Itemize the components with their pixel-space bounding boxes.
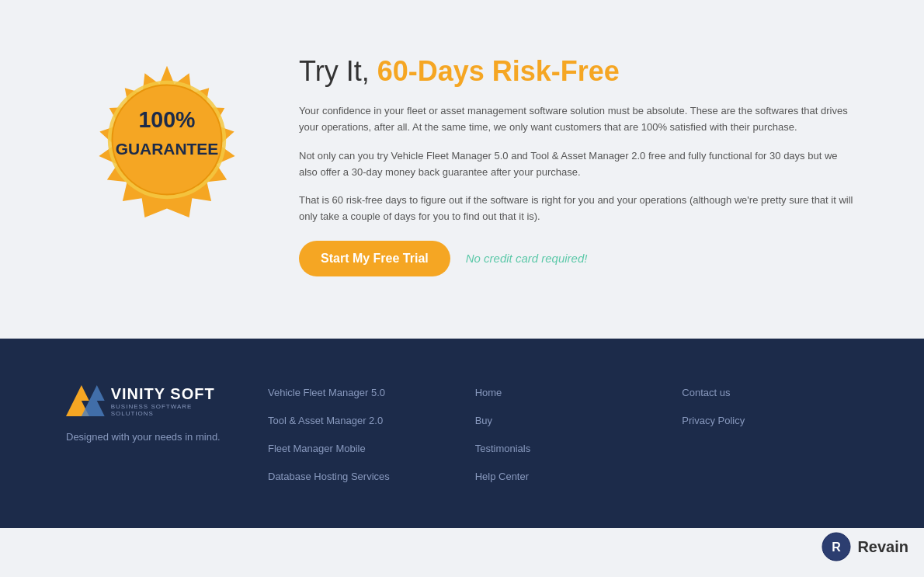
guarantee-badge: 100% GUARANTEE bbox=[89, 62, 245, 217]
logo-name: VINITY SOFT bbox=[111, 385, 237, 403]
footer: VINITY SOFT BUSINESS SOFTWARE SOLUTIONS … bbox=[0, 339, 924, 528]
content-area: Try It, 60-Days Risk-Free Your confidenc… bbox=[299, 47, 858, 276]
logo-text-block: VINITY SOFT BUSINESS SOFTWARE SOLUTIONS bbox=[111, 385, 237, 417]
logo-icon bbox=[66, 385, 105, 416]
svg-text:GUARANTEE: GUARANTEE bbox=[116, 140, 219, 158]
main-section: 100% GUARANTEE Try It, 60-Days Risk-Free… bbox=[0, 0, 924, 339]
footer-nav-col: Home Buy Testimonials Help Center bbox=[475, 385, 651, 497]
list-item: Buy bbox=[475, 413, 651, 427]
footer-inner: VINITY SOFT BUSINESS SOFTWARE SOLUTIONS … bbox=[35, 385, 889, 497]
hero-paragraph-1: Your confidence in your fleet or asset m… bbox=[299, 103, 858, 136]
no-credit-text: No credit card required! bbox=[466, 252, 588, 265]
badge-area: 100% GUARANTEE bbox=[66, 47, 268, 217]
footer-products-col: Vehicle Fleet Manager 5.0 Tool & Asset M… bbox=[268, 385, 444, 497]
footer-logo: VINITY SOFT BUSINESS SOFTWARE SOLUTIONS bbox=[66, 385, 237, 417]
footer-link-testimonials[interactable]: Testimonials bbox=[475, 443, 531, 454]
list-item: Privacy Policy bbox=[682, 413, 858, 427]
main-inner: 100% GUARANTEE Try It, 60-Days Risk-Free… bbox=[35, 47, 889, 276]
footer-logo-col: VINITY SOFT BUSINESS SOFTWARE SOLUTIONS … bbox=[66, 385, 237, 497]
start-trial-button[interactable]: Start My Free Trial bbox=[299, 241, 450, 276]
hero-paragraph-2: Not only can you try Vehicle Fleet Manag… bbox=[299, 148, 858, 181]
footer-link-buy[interactable]: Buy bbox=[475, 415, 492, 426]
footer-products-list: Vehicle Fleet Manager 5.0 Tool & Asset M… bbox=[268, 385, 444, 483]
footer-link-privacy[interactable]: Privacy Policy bbox=[682, 415, 745, 426]
logo-sub: BUSINESS SOFTWARE SOLUTIONS bbox=[111, 403, 237, 417]
footer-link-fmm[interactable]: Fleet Manager Mobile bbox=[268, 443, 366, 454]
footer-nav-list: Home Buy Testimonials Help Center bbox=[475, 385, 651, 483]
footer-contact-list: Contact us Privacy Policy bbox=[682, 385, 858, 427]
footer-link-vfm[interactable]: Vehicle Fleet Manager 5.0 bbox=[268, 387, 385, 398]
footer-link-contact[interactable]: Contact us bbox=[682, 387, 730, 398]
footer-link-home[interactable]: Home bbox=[475, 387, 502, 398]
hero-paragraph-3: That is 60 risk-free days to figure out … bbox=[299, 193, 858, 225]
svg-text:100%: 100% bbox=[138, 107, 195, 132]
footer-tagline: Designed with your needs in mind. bbox=[66, 429, 237, 445]
list-item: Testimonials bbox=[475, 441, 651, 455]
hero-title-plain: Try It, bbox=[299, 55, 377, 87]
list-item: Vehicle Fleet Manager 5.0 bbox=[268, 385, 444, 399]
list-item: Database Hosting Services bbox=[268, 469, 444, 483]
list-item: Help Center bbox=[475, 469, 651, 483]
list-item: Home bbox=[475, 385, 651, 399]
cta-row: Start My Free Trial No credit card requi… bbox=[299, 241, 858, 276]
list-item: Fleet Manager Mobile bbox=[268, 441, 444, 455]
footer-link-dhs[interactable]: Database Hosting Services bbox=[268, 471, 390, 482]
list-item: Contact us bbox=[682, 385, 858, 399]
hero-title-highlight: 60-Days Risk-Free bbox=[377, 55, 620, 87]
hero-heading: Try It, 60-Days Risk-Free bbox=[299, 54, 858, 88]
list-item: Tool & Asset Manager 2.0 bbox=[268, 413, 444, 427]
footer-contact-col: Contact us Privacy Policy bbox=[682, 385, 858, 497]
footer-link-tam[interactable]: Tool & Asset Manager 2.0 bbox=[268, 415, 383, 426]
footer-link-help[interactable]: Help Center bbox=[475, 471, 529, 482]
